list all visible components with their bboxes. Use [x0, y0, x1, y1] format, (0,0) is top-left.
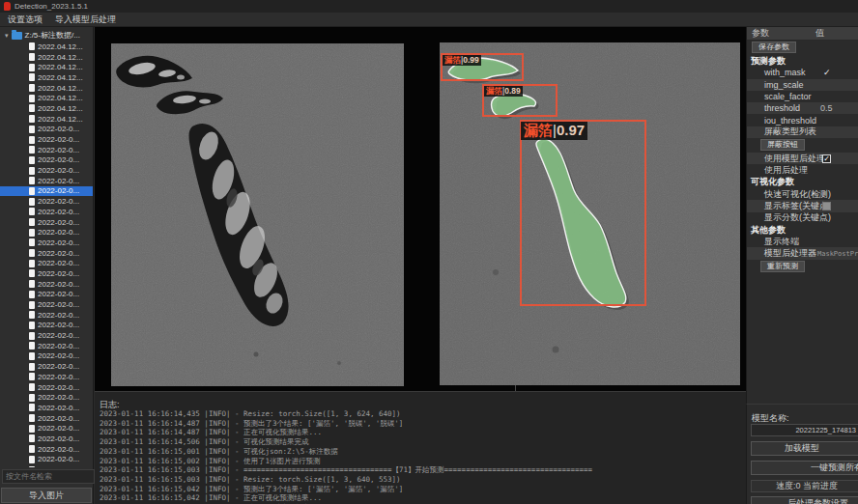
model-name-field[interactable]: 20221225_174813 — [751, 424, 858, 436]
filename-search-input[interactable] — [2, 469, 95, 484]
tree-item[interactable]: 2022-02-0... — [0, 134, 93, 145]
param-row[interactable]: 显示终端 — [747, 236, 858, 247]
tree-item[interactable]: 2022-02-0... — [0, 392, 93, 403]
image-file-icon — [29, 342, 35, 350]
param-row[interactable]: threshold0.5 — [747, 102, 858, 114]
param-row[interactable]: scale_factor — [747, 91, 858, 102]
log-area[interactable]: 日志: 2023-01-11 16:16:14,435 |INFO| - Res… — [95, 391, 746, 504]
predict-all-button[interactable]: 一键预测所有图片 — [751, 461, 858, 475]
tree-item[interactable]: 2022.04.12... — [0, 114, 93, 125]
image-file-icon — [29, 456, 35, 463]
tree-item-label: 2022-02-0... — [38, 351, 79, 360]
tree-item-selected[interactable]: 2022-02-0... — [0, 186, 93, 197]
tree-item[interactable]: 2022-02-0... — [0, 125, 93, 135]
param-name: 显示终端 — [747, 236, 799, 248]
image-file-icon — [29, 260, 35, 267]
tree-item[interactable]: 2022-02-0... — [0, 351, 93, 362]
tree-item[interactable]: 2022-02-0... — [0, 299, 93, 310]
original-image-panel[interactable] — [111, 43, 404, 386]
tree-item[interactable]: 2022-02-0... — [0, 464, 93, 467]
tree-item[interactable]: 2022-02-0... — [0, 382, 93, 393]
tree-item[interactable]: 2022-02-0... — [0, 372, 93, 382]
tree-item[interactable]: 2022-02-0... — [0, 238, 93, 248]
param-section-header: 其他参数 — [747, 224, 858, 236]
param-name: 模型后处理器 — [747, 247, 816, 260]
tree-item-label: 2022.04.12... — [38, 53, 83, 62]
menu-import-postprocess[interactable]: 导入模型后处理 — [55, 14, 116, 26]
load-model-button[interactable]: 加载模型 — [751, 441, 858, 456]
tree-item[interactable]: 2022-02-0... — [0, 207, 93, 217]
tree-item[interactable]: 2022-02-0... — [0, 330, 93, 341]
tree-item[interactable]: 2022-02-0... — [0, 361, 93, 372]
tree-item[interactable]: 2022-02-0... — [0, 310, 93, 321]
tree-item-label: 2022.04.12... — [38, 115, 83, 124]
tree-item[interactable]: 2022-02-0... — [0, 321, 93, 331]
param-name: 快速可视化(检测) — [747, 188, 831, 201]
tree-item[interactable]: 2022-02-0... — [0, 176, 93, 186]
tree-item-label: 2022.04.12... — [38, 104, 83, 113]
tree-item[interactable]: 2022.04.12... — [0, 103, 93, 114]
log-line: 2023-01-11 16:16:15,003 |INFO| - Resize:… — [100, 475, 744, 485]
tree-item[interactable]: 2022-02-0... — [0, 290, 93, 300]
param-row[interactable]: 屏蔽类型列表 — [747, 126, 858, 138]
tree-item[interactable]: 2022-02-0... — [0, 279, 93, 290]
tree-item[interactable]: 2022-02-0... — [0, 248, 93, 259]
param-row[interactable]: 使用模型后处理✓ — [747, 153, 858, 164]
image-file-icon — [29, 84, 35, 92]
tree-item[interactable]: 2022-02-0... — [0, 455, 93, 465]
tree-item[interactable]: 2022-02-0... — [0, 258, 93, 268]
tree-item[interactable]: 2022-02-0... — [0, 403, 93, 413]
tree-item[interactable]: 2022.04.12... — [0, 83, 93, 94]
param-row[interactable]: img_scale — [747, 79, 858, 91]
param-row[interactable]: 使用后处理 — [747, 164, 858, 176]
tree-item[interactable]: 2022.04.12... — [0, 52, 93, 63]
checkbox-checked[interactable]: ✓ — [822, 154, 831, 163]
param-row[interactable]: iou_threshold — [747, 114, 858, 126]
tree-item[interactable]: 2022-02-0... — [0, 423, 93, 434]
tree-expand-icon[interactable]: ▾ — [5, 32, 9, 39]
file-tree[interactable]: ▾ Z:/5-标注数据/... 2022.04.12...2022.04.12.… — [0, 29, 93, 467]
param-row[interactable]: 显示标签(关键点) — [747, 200, 858, 211]
tree-item[interactable]: 2022-02-0... — [0, 155, 93, 166]
detection-label-2: 漏箔|0.89 — [484, 86, 523, 97]
postprocess-params-button[interactable]: 后处理参数设置 — [751, 496, 858, 504]
tree-item-label: 2022-02-0... — [38, 218, 79, 227]
tree-item-label: 2022-02-0... — [38, 404, 79, 412]
import-images-button[interactable]: 导入图片 — [1, 488, 92, 503]
prediction-image-panel[interactable]: 漏箔|0.99 漏箔|0.89 漏箔|0.97 — [440, 42, 740, 385]
param-button[interactable]: 重新预测 — [760, 261, 805, 272]
tree-item[interactable]: 2022-02-0... — [0, 165, 93, 176]
image-file-icon — [29, 301, 35, 309]
tree-item-label: 2022-02-0... — [38, 311, 79, 320]
tree-item[interactable]: 2022-02-0... — [0, 217, 93, 228]
parameters-panel[interactable]: 参数 值 保存参数预测参数with_mask✓img_scalescale_fa… — [746, 27, 858, 404]
tree-item[interactable]: 2022-02-0... — [0, 341, 93, 351]
image-file-icon — [29, 95, 35, 102]
image-file-icon — [29, 249, 35, 257]
param-button[interactable]: 屏蔽按钮 — [760, 139, 805, 151]
image-file-icon — [29, 126, 35, 133]
param-row[interactable]: 模型后处理器MaskPostPro — [747, 247, 858, 259]
tree-item[interactable]: 2022-02-0... — [0, 413, 93, 424]
tree-item[interactable]: 2022-02-0... — [0, 196, 93, 207]
tree-item-label: 2022-02-0... — [38, 125, 79, 133]
tree-item[interactable]: 2022-02-0... — [0, 444, 93, 455]
tree-item-label: 2022-02-0... — [38, 362, 79, 371]
tree-root-item[interactable]: ▾ Z:/5-标注数据/... — [0, 29, 93, 42]
tree-item[interactable]: 2022.04.12... — [0, 62, 93, 72]
param-row[interactable]: 快速可视化(检测) — [747, 188, 858, 200]
param-row[interactable]: 显示分数(关键点) — [747, 212, 858, 224]
param-row[interactable]: with_mask✓ — [747, 67, 858, 78]
tree-item[interactable]: 2022.04.12... — [0, 72, 93, 83]
tree-item[interactable]: 2022.04.12... — [0, 93, 93, 103]
tree-item[interactable]: 2022-02-0... — [0, 227, 93, 238]
tree-item[interactable]: 2022-02-0... — [0, 145, 93, 155]
param-name: iou_threshold — [747, 116, 816, 126]
checkbox-empty[interactable] — [822, 202, 831, 210]
tree-item[interactable]: 2022-02-0... — [0, 268, 93, 279]
tree-item[interactable]: 2022.04.12... — [0, 42, 93, 52]
tree-item[interactable]: 2022-02-0... — [0, 434, 93, 444]
menu-settings[interactable]: 设置选项 — [8, 14, 43, 26]
log-line: 2023-01-11 16:16:14,487 |INFO| - 预测出了3个结… — [100, 419, 744, 429]
param-button[interactable]: 保存参数 — [752, 42, 796, 53]
